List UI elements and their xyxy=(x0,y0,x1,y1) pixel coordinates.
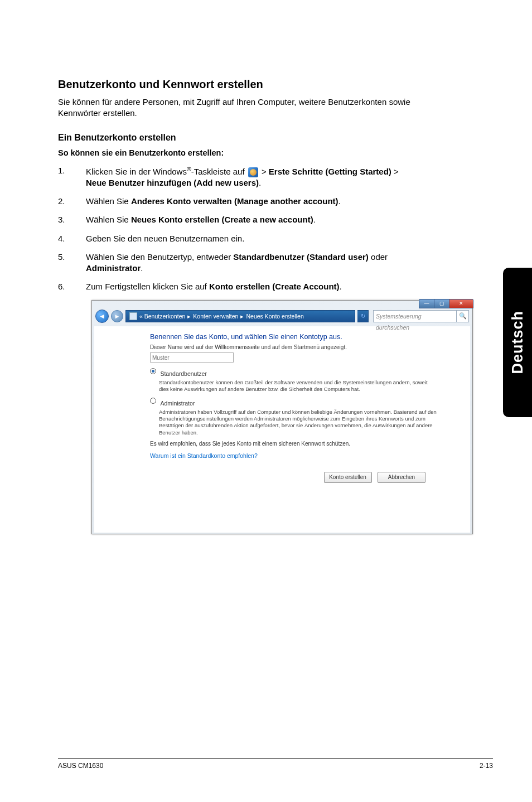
option-bold: Administrator xyxy=(86,263,141,273)
step-number: 2. xyxy=(58,196,65,207)
registered-mark: ® xyxy=(187,166,191,172)
menu-item-bold: Erste Schritte (Getting Started) xyxy=(269,167,391,176)
screenshot-window: — ▢ ✕ ◄ ► « Benutzerkonten ▸ Konten verw… xyxy=(91,300,473,534)
step-number: 5. xyxy=(58,252,65,263)
step-text: oder xyxy=(369,252,388,262)
step-2: 2. Wählen Sie Anderes Konto verwalten (M… xyxy=(58,196,418,207)
step-end: . xyxy=(338,196,341,206)
why-recommended-link[interactable]: Warum ist ein Standardkonto empfohlen? xyxy=(150,452,437,459)
step-number: 3. xyxy=(58,214,65,225)
step-text: Wählen Sie xyxy=(86,215,131,224)
account-name-input[interactable] xyxy=(150,352,234,363)
step-text: Klicken Sie in der Windows xyxy=(86,167,187,176)
minimize-button[interactable]: — xyxy=(419,299,434,308)
address-bar: ◄ ► « Benutzerkonten ▸ Konten verwalten … xyxy=(92,308,472,324)
breadcrumb-item: « Benutzerkonten xyxy=(139,311,185,322)
step-end: . xyxy=(340,282,342,291)
language-side-tab: Deutsch xyxy=(503,268,532,417)
step-end: . xyxy=(141,263,143,273)
window-caption-buttons: — ▢ ✕ xyxy=(419,299,473,308)
radio-administrator[interactable]: Administrator Administratoren haben Voll… xyxy=(150,398,437,436)
radio-icon xyxy=(150,398,156,404)
cancel-button[interactable]: Abbrechen xyxy=(378,472,425,483)
instruction-subtext: Dieser Name wird auf der Willkommensseit… xyxy=(150,344,437,350)
step-number: 1. xyxy=(58,165,65,176)
step-text: Wählen Sie xyxy=(86,196,131,206)
page-footer: ASUS CM1630 2-13 xyxy=(58,758,493,770)
option-bold: Standardbenutzer (Standard user) xyxy=(233,252,369,262)
step-end: . xyxy=(313,215,316,224)
windows-start-icon xyxy=(248,167,258,177)
recommendation-text: Es wird empfohlen, dass Sie jedes Konto … xyxy=(150,441,437,447)
separator: > xyxy=(391,167,399,176)
close-button[interactable]: ✕ xyxy=(449,299,473,308)
step-3: 3. Wählen Sie Neues Konto erstellen (Cre… xyxy=(58,214,418,225)
menu-item-bold: Neues Konto erstellen (Create a new acco… xyxy=(131,215,313,224)
maximize-button[interactable]: ▢ xyxy=(434,299,449,308)
menu-item-bold: Neue Benutzer hinzufügen (Add new users) xyxy=(86,178,259,187)
search-input[interactable]: Systemsteuerung durchsuchen xyxy=(373,310,457,322)
search-icon[interactable]: 🔍 xyxy=(457,310,469,322)
step-5: 5. Wählen Sie den Benutzertyp, entweder … xyxy=(58,252,418,274)
refresh-button[interactable]: ↻ xyxy=(357,310,369,322)
step-1: 1. Klicken Sie in der Windows®-Taskleist… xyxy=(58,165,418,189)
language-label: Deutsch xyxy=(509,311,526,374)
separator: > xyxy=(259,167,269,176)
breadcrumb-item: Neues Konto erstellen xyxy=(246,311,303,322)
step-end: . xyxy=(259,178,261,187)
footer-page-number: 2-13 xyxy=(480,762,493,770)
chevron-right-icon: ▸ xyxy=(187,311,191,322)
step-text: -Taskleiste auf xyxy=(191,167,247,176)
section-heading: Ein Benutzerkonto erstellen xyxy=(58,133,418,143)
footer-product: ASUS CM1630 xyxy=(58,762,103,770)
radio-icon xyxy=(150,368,156,374)
intro-paragraph: Sie können für andere Personen, mit Zugr… xyxy=(58,96,418,119)
radio-label: Standardbenutzer xyxy=(160,370,206,377)
step-text: Zum Fertigstellen klicken Sie auf xyxy=(86,282,209,291)
step-text: Wählen Sie den Benutzertyp, entweder xyxy=(86,252,233,262)
radio-description: Administratoren haben Vollzugriff auf de… xyxy=(159,409,437,436)
radio-description: Standardkontobenutzer können den Großtei… xyxy=(159,379,437,393)
step-6: 6. Zum Fertigstellen klicken Sie auf Kon… xyxy=(58,281,418,292)
instruction-heading: Benennen Sie das Konto, und wählen Sie e… xyxy=(150,333,437,341)
create-account-button[interactable]: Konto erstellen xyxy=(324,472,372,483)
menu-item-bold: Anderes Konto verwalten (Manage another … xyxy=(131,196,338,206)
steps-intro: So können sie ein Benutzerkonto erstelle… xyxy=(58,148,418,157)
step-number: 6. xyxy=(58,281,65,292)
breadcrumb[interactable]: « Benutzerkonten ▸ Konten verwalten ▸ Ne… xyxy=(125,310,355,322)
button-bold: Konto erstellen (Create Account) xyxy=(209,282,340,291)
step-number: 4. xyxy=(58,233,65,244)
radio-standard-user[interactable]: Standardbenutzer Standardkontobenutzer k… xyxy=(150,368,437,393)
step-text: Geben Sie den neuen Benutzernamen ein. xyxy=(86,234,244,243)
step-4: 4. Geben Sie den neuen Benutzernamen ein… xyxy=(58,233,418,244)
control-panel-icon xyxy=(129,312,137,320)
breadcrumb-item: Konten verwalten xyxy=(193,311,238,322)
page-heading: Benutzerkonto und Kennwort erstellen xyxy=(58,78,418,91)
chevron-right-icon: ▸ xyxy=(240,311,244,322)
radio-label: Administrator xyxy=(160,400,195,407)
window-body: Benennen Sie das Konto, und wählen Sie e… xyxy=(94,326,470,533)
nav-back-button[interactable]: ◄ xyxy=(95,310,109,323)
nav-forward-button[interactable]: ► xyxy=(111,310,123,322)
